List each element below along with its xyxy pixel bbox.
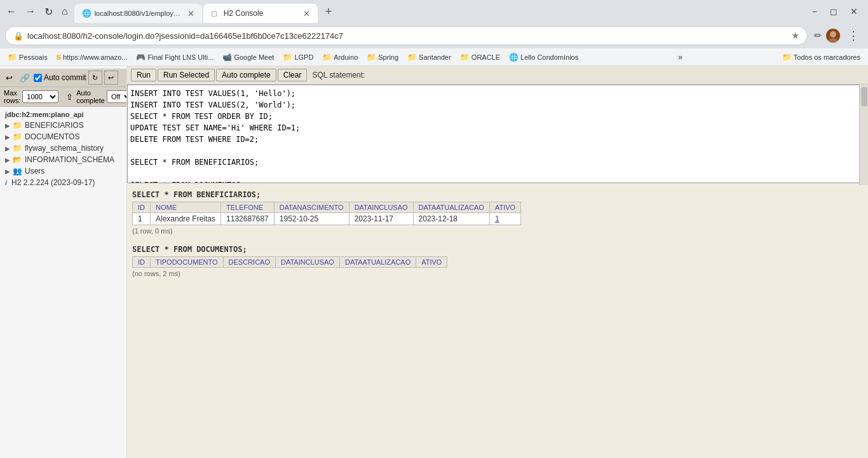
cell-ativo[interactable]: 1 xyxy=(489,213,520,225)
spring-label: Spring xyxy=(378,53,398,61)
auto-complete-button[interactable]: Auto complete xyxy=(216,69,276,81)
tab-2-close[interactable]: ✕ xyxy=(303,9,310,18)
h2-version-label: H2 2.2.224 (2023-09-17) xyxy=(11,178,95,187)
amazon-icon: S xyxy=(57,53,61,61)
sidebar-item-users[interactable]: ▶ 👥 Users xyxy=(0,165,126,177)
bookmarks-bar: 📁 Pessoais S https://www.amazo... 🎮 Fina… xyxy=(0,48,868,66)
folder-documentos-icon: 📁 xyxy=(13,132,22,141)
table-row: 1 Alexandre Freitas 1132687687 1952-10-2… xyxy=(133,213,521,225)
sql-statement-label: SQL statement: xyxy=(312,71,365,80)
bookmark-arduino[interactable]: 📁 Arduino xyxy=(320,52,360,63)
new-tab-button[interactable]: + xyxy=(320,5,337,18)
cell-telefone: 1132687687 xyxy=(221,213,275,225)
finalfight-icon: 🎮 xyxy=(136,53,146,62)
info-schema-label: INFORMATION_SCHEMA xyxy=(25,155,114,164)
tab-1[interactable]: 🌐 localhost:8080/v1/employees/9 ✕ xyxy=(74,4,202,23)
h2-icon2[interactable]: ↩ xyxy=(104,71,118,85)
bookmark-pessoais[interactable]: 📁 Pessoais xyxy=(5,52,50,63)
h2-console-area: Run Run Selected Auto complete Clear SQL… xyxy=(127,66,868,458)
result-2-info: (no rows, 2 ms) xyxy=(132,270,863,277)
max-rows-select[interactable]: 100 1000 10000 xyxy=(22,90,58,103)
sql-textarea[interactable]: INSERT INTO TEST VALUES(1, 'Hello'); INS… xyxy=(127,85,868,183)
address-bar-row: 🔒 localhost:8080/h2-console/login.do?jse… xyxy=(0,23,868,48)
folder-flyway-icon: 📁 xyxy=(13,144,22,153)
sidebar-item-beneficiarios[interactable]: ▶ 📁 BENEFICIARIOS xyxy=(0,120,126,131)
address-bar[interactable]: 🔒 localhost:8080/h2-console/login.do?jse… xyxy=(5,26,808,45)
reload-button[interactable]: ↻ xyxy=(41,3,57,20)
run-button[interactable]: Run xyxy=(131,69,156,81)
chrome-menu-button[interactable]: ⋮ xyxy=(844,27,863,44)
sidebar-item-documentos[interactable]: ▶ 📁 DOCUMENTOS xyxy=(0,131,126,142)
tab-1-favicon: 🌐 xyxy=(82,9,91,18)
users-group-icon: 👥 xyxy=(13,167,22,176)
h2-connect-icon[interactable]: 🔗 xyxy=(18,71,32,85)
auto-commit-group: Auto commit xyxy=(34,73,86,82)
santander-label: Santander xyxy=(419,53,451,61)
bookmark-googlemeet[interactable]: 📹 Google Meet xyxy=(220,52,276,63)
results-area: SELECT * FROM BENEFICIARIOS; ID NOME TEL… xyxy=(127,185,868,458)
sidebar-item-flyway[interactable]: ▶ 📁 flyway_schema_history xyxy=(0,142,126,154)
users-label: Users xyxy=(25,167,44,176)
cell-nome: Alexandre Freitas xyxy=(151,213,221,225)
clear-button[interactable]: Clear xyxy=(278,69,308,81)
expand-users-icon: ▶ xyxy=(5,168,10,175)
bookmark-amazon[interactable]: S https://www.amazo... xyxy=(54,52,130,62)
col-datainclusao: DATAINCLUSAO xyxy=(349,202,413,213)
col2-datainclusao: DATAINCLUSAO xyxy=(275,257,339,268)
finalfight-label: Final Fight LNS Ulti... xyxy=(147,53,214,61)
result-1-header-row: ID NOME TELEFONE DATANASCIMENTO DATAINCL… xyxy=(133,202,521,213)
tab-2[interactable]: ◻ H2 Console ✕ xyxy=(203,4,318,23)
tabs-container: 🌐 localhost:8080/v1/employees/9 ✕ ◻ H2 C… xyxy=(74,0,807,23)
pessoais-label: Pessoais xyxy=(19,53,48,61)
sidebar-item-information-schema[interactable]: ▶ 📂 INFORMATION_SCHEMA xyxy=(0,154,126,165)
expand-beneficiarios-icon: ▶ xyxy=(5,122,10,129)
star-icon[interactable]: ★ xyxy=(791,30,799,41)
bookmark-lgpd[interactable]: 📁 LGPD xyxy=(280,52,316,63)
connection-label: jdbc:h2:mem:plano_api xyxy=(5,111,83,118)
autocomplete-select[interactable]: Off On xyxy=(107,90,127,103)
documentos-label: DOCUMENTOS xyxy=(25,132,79,141)
textarea-scrollbar[interactable] xyxy=(859,85,868,185)
bookmarks-more-button[interactable]: » xyxy=(675,52,685,63)
lgpd-label: LGPD xyxy=(294,53,313,61)
flyway-label: flyway_schema_history xyxy=(25,144,104,153)
home-button[interactable]: ⌂ xyxy=(58,3,72,20)
amazon-label: https://www.amazo... xyxy=(63,53,127,61)
result-block-2: SELECT * FROM DOCUMENTOS; ID TIPODOCUMEN… xyxy=(132,245,863,277)
col2-dataatualizacao: DATAATUALIZACAO xyxy=(339,257,416,268)
h2-icon1[interactable]: ↻ xyxy=(88,71,102,85)
h2-back-icon[interactable]: ↩ xyxy=(2,71,16,85)
arduino-icon: 📁 xyxy=(322,53,332,62)
auto-commit-checkbox[interactable] xyxy=(34,74,42,82)
max-rows-label: Max rows: xyxy=(4,89,20,104)
autocomplete-label: Auto complete xyxy=(76,89,105,104)
maximize-button[interactable]: ◻ xyxy=(825,5,843,18)
tab-1-close[interactable]: ✕ xyxy=(187,9,194,18)
tab-2-title: H2 Console xyxy=(224,9,264,18)
bookmark-finalfight[interactable]: 🎮 Final Fight LNS Ulti... xyxy=(133,52,216,63)
run-selected-button[interactable]: Run Selected xyxy=(158,69,215,81)
sql-buttons-bar: Run Run Selected Auto complete Clear SQL… xyxy=(127,66,868,85)
minimize-button[interactable]: − xyxy=(807,5,822,18)
bookmark-oracle[interactable]: 📁 ORACLE xyxy=(458,52,503,63)
col2-ativo: ATIVO xyxy=(416,257,447,268)
forward-button[interactable]: → xyxy=(22,3,39,20)
back-button[interactable]: ← xyxy=(3,3,20,20)
todos-label: Todos os marcadores xyxy=(794,53,860,61)
lello-icon: 🌐 xyxy=(509,53,519,62)
cell-dataatualizacao: 2023-12-18 xyxy=(413,213,489,225)
sidebar-item-h2-version: i H2 2.2.224 (2023-09-17) xyxy=(0,177,126,188)
extensions-icon[interactable]: ✏ xyxy=(814,30,822,41)
main-layout: ↩ 🔗 Auto commit ↻ ↩ Max rows: 100 1000 1… xyxy=(0,66,868,458)
bookmark-santander[interactable]: 📁 Santander xyxy=(405,52,454,63)
expand-info-schema-icon: ▶ xyxy=(5,156,10,163)
folder-beneficiarios-icon: 📁 xyxy=(13,121,22,130)
bookmark-lello[interactable]: 🌐 Lello Condomínios xyxy=(506,52,581,63)
bookmark-todos[interactable]: 📁 Todos os marcadores xyxy=(780,52,863,63)
bookmark-spring[interactable]: 📁 Spring xyxy=(364,52,401,63)
upload-icon[interactable]: ⇧ xyxy=(66,92,73,102)
profile-icon[interactable] xyxy=(826,29,840,43)
result-2-header-row: ID TIPODOCUMENTO DESCRICAO DATAINCLUSAO … xyxy=(133,257,447,268)
tab-2-favicon: ◻ xyxy=(211,9,220,18)
close-button[interactable]: ✕ xyxy=(845,5,863,18)
